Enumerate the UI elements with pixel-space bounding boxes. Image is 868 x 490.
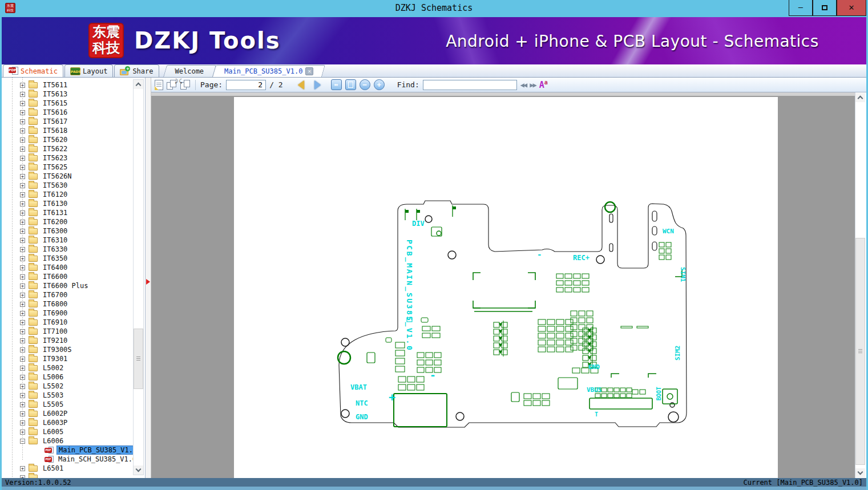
expand-icon[interactable]: + xyxy=(20,411,25,416)
expand-icon[interactable]: + xyxy=(20,183,25,188)
expand-icon[interactable]: + xyxy=(20,375,25,380)
tab-share[interactable]: +Share xyxy=(114,64,159,77)
tree-item-folder[interactable]: +IT6330 xyxy=(2,245,145,254)
tree-item-folder[interactable]: +L6501 xyxy=(2,464,145,473)
tree-item-folder[interactable]: +IT5625 xyxy=(2,163,145,172)
find-next-icon[interactable]: ▶▶ xyxy=(530,81,535,89)
tree-item-folder[interactable]: +L6003P xyxy=(2,418,145,427)
tree-item-folder[interactable]: +L6002P xyxy=(2,409,145,418)
tree-item-folder[interactable]: −L6006 xyxy=(2,436,145,446)
tree-item-folder[interactable]: +IT9301 xyxy=(2,354,145,363)
tree-item-folder[interactable]: +IT5618 xyxy=(2,126,145,135)
fit-page-button[interactable] xyxy=(345,79,356,90)
close-button[interactable]: ✕ xyxy=(837,0,866,16)
expand-icon[interactable]: + xyxy=(20,475,25,479)
tree-item-folder[interactable]: +IT5622 xyxy=(2,144,145,153)
tree-item-folder[interactable]: +IT6910 xyxy=(2,318,145,327)
tree-item-folder[interactable]: +IT6200 xyxy=(2,217,145,226)
page-number-input[interactable] xyxy=(226,80,266,90)
expand-icon[interactable]: + xyxy=(20,247,25,252)
tree-item-folder[interactable]: +IT7100 xyxy=(2,327,145,336)
expand-icon[interactable]: + xyxy=(20,137,25,143)
tree-item-folder[interactable]: +L5002 xyxy=(2,363,145,372)
expand-icon[interactable]: + xyxy=(20,119,25,124)
font-size-icon[interactable]: Aa xyxy=(539,79,548,90)
expand-icon[interactable]: + xyxy=(20,329,25,334)
fit-width-button[interactable]: ↔ xyxy=(331,79,342,90)
tab-layout[interactable]: PADSLayout xyxy=(64,64,113,77)
rotate-left-button[interactable]: ⤹ xyxy=(180,80,191,90)
expand-icon[interactable]: + xyxy=(20,174,25,179)
expand-icon[interactable]: + xyxy=(20,265,25,270)
expand-icon[interactable]: + xyxy=(20,284,25,289)
tree-item-folder[interactable]: +IT5623 xyxy=(2,153,145,163)
tree-item-folder[interactable]: +L5006 xyxy=(2,372,145,382)
tree-item-pdf[interactable]: PDFMain_SCH_SU385_V1.0 xyxy=(2,455,145,464)
minimize-button[interactable]: ─ xyxy=(789,0,813,16)
expand-icon[interactable]: + xyxy=(20,274,25,280)
tree-item-folder[interactable]: +L5502 xyxy=(2,382,145,391)
tree-item-folder[interactable]: +IT5630 xyxy=(2,181,145,190)
expand-icon[interactable]: + xyxy=(20,402,25,407)
expand-icon[interactable]: + xyxy=(20,238,25,243)
tree-item-folder[interactable]: +L5505 xyxy=(2,400,145,409)
tree-item-folder[interactable]: +IT5617 xyxy=(2,117,145,126)
expand-icon[interactable]: + xyxy=(20,101,25,106)
scrollbar-thumb[interactable] xyxy=(134,329,143,389)
copy-page-button[interactable] xyxy=(155,80,163,90)
collapse-panel-icon[interactable] xyxy=(146,279,150,285)
expand-icon[interactable]: + xyxy=(20,220,25,225)
scrollbar-thumb[interactable] xyxy=(855,238,865,465)
tree-item-folder[interactable]: +IT9210 xyxy=(2,336,145,345)
tree-item-folder[interactable]: +IT9300S xyxy=(2,345,145,354)
expand-icon[interactable]: + xyxy=(20,384,25,389)
tree-item-folder[interactable]: +L6005 xyxy=(2,427,145,436)
expand-icon[interactable]: + xyxy=(20,357,25,362)
expand-icon[interactable]: + xyxy=(20,192,25,197)
document-tab-main_pcb_su385_v1.0[interactable]: Main_PCB_SU385_V1.0✕ xyxy=(214,65,324,77)
tree-item-folder[interactable]: +IT6600 Plus xyxy=(2,281,145,290)
scroll-up-button[interactable] xyxy=(134,80,143,89)
expand-icon[interactable]: + xyxy=(20,156,25,161)
tree-item-folder[interactable]: +IT5613 xyxy=(2,90,145,99)
expand-icon[interactable]: + xyxy=(20,366,25,371)
expand-icon[interactable]: + xyxy=(20,210,25,216)
tree-item-folder[interactable]: +IT5626N xyxy=(2,172,145,181)
expand-icon[interactable]: + xyxy=(20,420,25,426)
document-viewport[interactable]: DIVPCB_MAIN_SU385_V1.0REC+WCNSIM1SIM2GND… xyxy=(151,92,855,478)
tree-item-folder[interactable]: +IT5611 xyxy=(2,80,145,90)
expand-icon[interactable]: + xyxy=(20,128,25,133)
expand-icon[interactable]: + xyxy=(20,466,25,471)
tree-item-folder[interactable]: +IT6800 xyxy=(2,299,145,309)
tab-schematic[interactable]: PDFSchematic xyxy=(3,64,63,77)
expand-icon[interactable]: + xyxy=(20,347,25,353)
expand-icon[interactable]: + xyxy=(20,165,25,170)
expand-icon[interactable]: + xyxy=(20,293,25,298)
expand-icon[interactable]: + xyxy=(20,393,25,398)
tree-item-folder[interactable]: +IT5620 xyxy=(2,135,145,144)
tree-item-folder[interactable]: +IT6600 xyxy=(2,272,145,281)
expand-icon[interactable]: + xyxy=(20,147,25,152)
expand-icon[interactable]: + xyxy=(20,320,25,325)
next-page-button[interactable] xyxy=(314,80,321,90)
expand-icon[interactable]: + xyxy=(20,110,25,115)
close-tab-icon[interactable]: ✕ xyxy=(305,67,313,75)
expand-icon[interactable]: + xyxy=(20,92,25,97)
rotate-right-button[interactable]: ⤸ xyxy=(167,80,177,90)
find-previous-icon[interactable]: ◀◀ xyxy=(520,81,526,89)
tree-scrollbar[interactable] xyxy=(133,79,144,475)
scroll-up-button[interactable] xyxy=(855,93,865,102)
tree-item-folder[interactable]: +IT6120 xyxy=(2,190,145,199)
scroll-down-button[interactable] xyxy=(134,465,143,475)
expand-icon[interactable]: + xyxy=(20,229,25,234)
tree-item-folder[interactable]: +IT6350 xyxy=(2,254,145,263)
document-scrollbar[interactable] xyxy=(855,92,866,478)
tree-item-folder[interactable]: +IT6310 xyxy=(2,236,145,245)
collapse-icon[interactable]: − xyxy=(20,439,25,444)
expand-icon[interactable]: + xyxy=(20,311,25,316)
tree-item-pdf[interactable]: PDFMain_PCB_SU385_V1.0 xyxy=(2,446,145,455)
tree-item-folder[interactable]: +IT6400 xyxy=(2,263,145,272)
panel-splitter[interactable] xyxy=(146,78,151,478)
expand-icon[interactable]: + xyxy=(20,201,25,206)
tree-item-folder[interactable]: +L5503 xyxy=(2,391,145,400)
